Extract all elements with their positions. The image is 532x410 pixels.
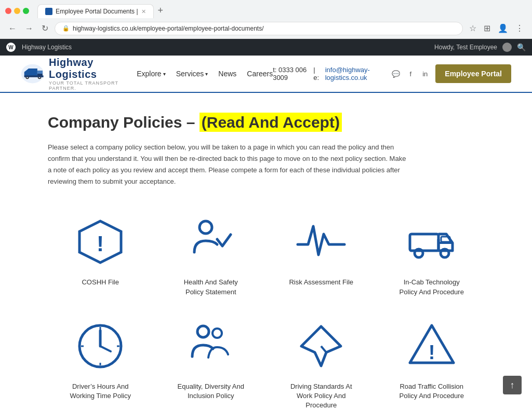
health-safety-label: Health And Safety Policy Statement	[175, 278, 247, 296]
nav-contact: t: 0333 006 3009 | e: info@highway-logis…	[273, 64, 511, 83]
policy-incab[interactable]: In-Cab Technology Policy And Procedure	[379, 208, 485, 302]
road-traffic-icon: !	[401, 318, 463, 375]
policy-equality[interactable]: Equality, Diversity And Inclusion Policy	[158, 312, 264, 410]
browser-tabs: Employee Portal Documents | ✕ +	[37, 3, 167, 18]
forward-button[interactable]: →	[23, 22, 35, 35]
road-traffic-label: Road Traffic Collision Policy And Proced…	[395, 382, 468, 401]
email-link[interactable]: info@highway-logistics.co.uk	[325, 66, 386, 81]
email-separator: | e:	[313, 66, 320, 81]
svg-line-25	[321, 346, 326, 352]
profile-button[interactable]: 👤	[496, 21, 510, 35]
equality-icon	[180, 318, 242, 375]
facebook-icon[interactable]: f	[405, 69, 416, 79]
svg-text:!: !	[97, 231, 104, 256]
linkedin-icon[interactable]: in	[420, 69, 430, 79]
risk-icon	[290, 213, 352, 270]
nav-careers[interactable]: Careers	[247, 70, 273, 78]
health-safety-icon	[180, 213, 242, 270]
browser-dots	[5, 8, 29, 14]
wp-logo-icon[interactable]: W	[6, 43, 16, 52]
svg-point-13	[441, 249, 449, 257]
browser-actions: ☆ ⊞ 👤 ⋮	[467, 21, 526, 35]
wp-admin-bar-right: Howdy, Test Employee 🔍	[434, 43, 526, 52]
coshh-icon: !	[69, 213, 131, 270]
svg-rect-7	[24, 75, 44, 77]
policy-risk[interactable]: Risk Assessment File	[269, 208, 374, 302]
svg-point-12	[415, 249, 423, 257]
policy-road-traffic[interactable]: ! Road Traffic Collision Policy And Proc…	[379, 312, 485, 410]
dot-maximize[interactable]	[23, 8, 29, 14]
incab-icon	[401, 213, 463, 270]
svg-marker-2	[37, 71, 43, 74]
policy-grid: ! COSHH File Health And Safety Policy St…	[48, 208, 484, 410]
refresh-button[interactable]: ↻	[39, 21, 50, 35]
wp-howdy-text: Howdy, Test Employee	[434, 44, 497, 51]
policy-coshh[interactable]: ! COSHH File	[48, 208, 153, 302]
risk-label: Risk Assessment File	[289, 278, 353, 287]
nav-explore[interactable]: Explore ▾	[137, 70, 165, 78]
logo-area[interactable]: Highway Logistics YOUR TOTAL TRANSPORT P…	[21, 57, 131, 91]
page-title: Company Policies – (Read And Accept)	[48, 114, 484, 131]
services-chevron-icon: ▾	[205, 71, 208, 77]
browser-title-bar: Employee Portal Documents | ✕ +	[0, 0, 532, 18]
nav-social: 💬 f in	[391, 69, 430, 79]
wp-search-icon[interactable]: 🔍	[517, 43, 526, 51]
whatsapp-icon[interactable]: 💬	[391, 69, 401, 79]
coshh-label: COSHH File	[82, 278, 119, 287]
new-tab-button[interactable]: +	[154, 3, 168, 18]
logo-text: Highway Logistics YOUR TOTAL TRANSPORT P…	[49, 57, 131, 91]
employee-portal-button[interactable]: Employee Portal	[435, 64, 511, 83]
dot-minimize[interactable]	[14, 8, 20, 14]
drivers-hours-label: Driver’s Hours And Working Time Policy	[64, 382, 137, 401]
equality-label: Equality, Diversity And Inclusion Policy	[175, 382, 247, 401]
logo-tagline: YOUR TOTAL TRANSPORT PARTNER.	[49, 80, 131, 91]
browser-address-bar: ← → ↻ 🔒 highway-logistics.co.uk/employee…	[0, 18, 532, 38]
browser-chrome: Employee Portal Documents | ✕ + ← → ↻ 🔒 …	[0, 0, 532, 39]
policy-health-safety[interactable]: Health And Safety Policy Statement	[158, 208, 264, 302]
active-tab[interactable]: Employee Portal Documents | ✕	[37, 4, 154, 18]
svg-rect-10	[410, 234, 438, 251]
address-bar-input[interactable]: 🔒 highway-logistics.co.uk/employee-porta…	[55, 22, 463, 35]
tab-favicon-icon	[45, 8, 52, 15]
wp-admin-bar-left: W Highway Logistics	[6, 43, 72, 52]
lock-icon: 🔒	[62, 25, 70, 32]
drivers-hours-icon	[69, 318, 131, 375]
svg-point-22	[197, 326, 209, 337]
menu-button[interactable]: ⋮	[513, 21, 526, 35]
nav-news[interactable]: News	[218, 70, 236, 78]
dot-close[interactable]	[5, 8, 11, 14]
nav-services[interactable]: Services ▾	[176, 70, 208, 78]
tab-close-button[interactable]: ✕	[141, 8, 146, 15]
wp-admin-bar: W Highway Logistics Howdy, Test Employee…	[0, 39, 532, 56]
incab-label: In-Cab Technology Policy And Procedure	[395, 278, 468, 296]
page-description: Please select a company policy section b…	[48, 142, 411, 187]
main-nav: Highway Logistics YOUR TOTAL TRANSPORT P…	[0, 56, 532, 93]
page-title-plain: Company Policies –	[48, 114, 200, 131]
main-content: Company Policies – (Read And Accept) Ple…	[37, 93, 495, 410]
address-text: highway-logistics.co.uk/employee-portal/…	[73, 25, 264, 32]
wp-avatar-icon	[502, 43, 512, 52]
scroll-to-top-button[interactable]: ↑	[503, 376, 522, 394]
svg-text:!: !	[428, 341, 435, 363]
phone-text: t: 0333 006 3009	[273, 66, 308, 81]
svg-line-17	[100, 346, 111, 351]
policy-driving-standards[interactable]: Driving Standards At Work Policy And Pro…	[269, 312, 374, 410]
back-button[interactable]: ←	[6, 22, 19, 35]
explore-chevron-icon: ▾	[163, 71, 166, 77]
logo-icon	[21, 62, 45, 86]
svg-point-9	[200, 221, 212, 234]
driving-standards-icon	[290, 318, 352, 375]
svg-point-23	[212, 329, 222, 338]
driving-standards-label: Driving Standards At Work Policy And Pro…	[285, 382, 357, 410]
extensions-button[interactable]: ⊞	[482, 21, 493, 35]
wp-site-name[interactable]: Highway Logistics	[22, 44, 72, 51]
page-title-highlight: (Read And Accept)	[200, 113, 342, 132]
tab-label: Employee Portal Documents |	[56, 8, 138, 15]
logo-name: Highway Logistics	[49, 57, 131, 80]
nav-links: Explore ▾ Services ▾ News Careers	[137, 70, 273, 78]
policy-drivers-hours[interactable]: Driver’s Hours And Working Time Policy	[48, 312, 153, 410]
bookmark-button[interactable]: ☆	[467, 21, 478, 35]
